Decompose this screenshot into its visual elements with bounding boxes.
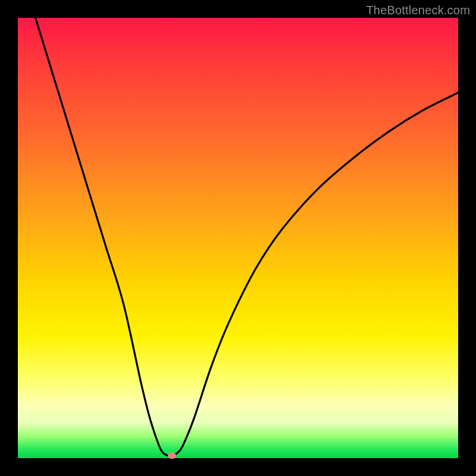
- bottleneck-curve: [36, 18, 458, 456]
- optimum-marker: [168, 453, 176, 459]
- curve-svg: [18, 18, 458, 458]
- plot-area: [18, 18, 458, 458]
- watermark-text: TheBottleneck.com: [366, 4, 470, 17]
- chart-frame: TheBottleneck.com: [0, 0, 476, 476]
